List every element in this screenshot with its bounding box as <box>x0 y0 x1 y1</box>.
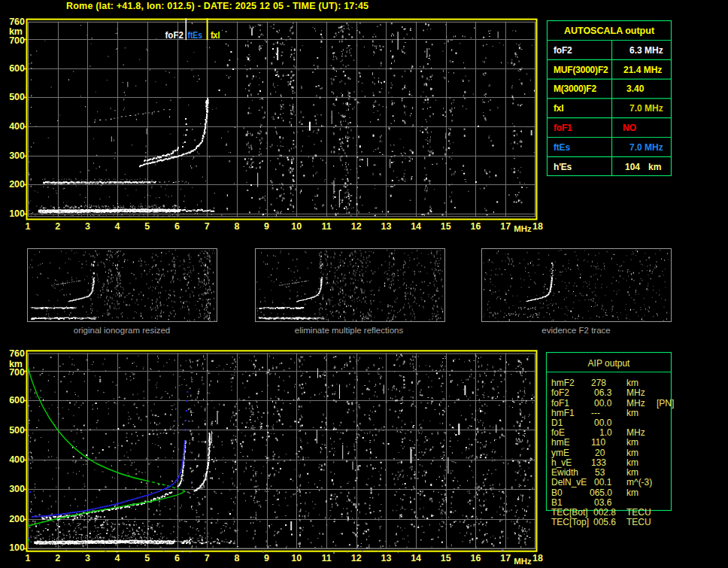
svg-text:1: 1 <box>26 221 31 232</box>
svg-text:03.6: 03.6 <box>594 497 612 508</box>
svg-text:133: 133 <box>591 457 606 468</box>
svg-text:100: 100 <box>9 542 25 553</box>
svg-text:17: 17 <box>500 221 511 232</box>
svg-text:12: 12 <box>351 221 362 232</box>
svg-text:MHz: MHz <box>626 387 645 398</box>
svg-text:AIP output: AIP output <box>588 358 630 369</box>
svg-text:06.3: 06.3 <box>594 387 612 398</box>
svg-text:foF2: foF2 <box>551 387 569 398</box>
svg-text:12: 12 <box>351 553 362 563</box>
svg-text:400: 400 <box>9 454 25 465</box>
svg-text:104: 104 <box>625 162 640 172</box>
svg-text:16: 16 <box>471 553 481 563</box>
svg-text:Ewidth: Ewidth <box>551 467 578 478</box>
svg-text:6: 6 <box>174 553 180 563</box>
svg-text:MHz: MHz <box>626 398 645 409</box>
svg-text:B0: B0 <box>551 488 563 498</box>
svg-text:00.1: 00.1 <box>594 477 612 488</box>
svg-text:11: 11 <box>321 221 331 232</box>
svg-text:foF1: foF1 <box>554 123 572 133</box>
svg-text:53: 53 <box>595 467 605 478</box>
svg-text:14: 14 <box>411 221 421 232</box>
svg-text:foE: foE <box>551 427 565 438</box>
svg-text:NO: NO <box>623 123 636 133</box>
svg-text:500: 500 <box>9 92 25 102</box>
svg-text:km: km <box>626 457 639 468</box>
svg-text:11: 11 <box>321 553 331 563</box>
svg-text:MUF(3000)F2: MUF(3000)F2 <box>554 65 608 75</box>
svg-text:km: km <box>626 448 639 458</box>
svg-text:foF1: foF1 <box>551 398 569 409</box>
svg-text:original ionogram resized: original ionogram resized <box>74 326 170 335</box>
svg-text:20: 20 <box>595 448 605 458</box>
svg-text:200: 200 <box>9 179 25 190</box>
svg-text:15: 15 <box>441 553 451 563</box>
svg-text:D1: D1 <box>551 418 563 428</box>
svg-text:18: 18 <box>532 553 543 563</box>
svg-text:2: 2 <box>55 221 60 232</box>
svg-text:km: km <box>626 378 639 388</box>
svg-text:hmF2: hmF2 <box>551 378 575 388</box>
svg-text:fxI: fxI <box>554 103 563 114</box>
svg-text:hmF1: hmF1 <box>551 408 575 418</box>
svg-text:5: 5 <box>144 221 150 232</box>
svg-text:B1: B1 <box>551 497 563 508</box>
svg-text:400: 400 <box>9 121 25 132</box>
svg-text:km: km <box>626 408 639 418</box>
svg-text:km: km <box>626 488 639 498</box>
svg-text:9: 9 <box>264 221 269 232</box>
svg-text:13: 13 <box>381 221 391 232</box>
svg-text:ymE: ymE <box>551 448 569 458</box>
svg-text:MHz: MHz <box>626 427 645 438</box>
svg-text:3: 3 <box>85 553 90 563</box>
svg-text:100: 100 <box>9 208 25 219</box>
svg-text:---: --- <box>591 408 600 418</box>
svg-text:MHz: MHz <box>514 557 532 566</box>
svg-text:Rome (lat: +41.8, lon: 012.5): Rome (lat: +41.8, lon: 012.5) - DATE: 20… <box>66 1 369 11</box>
svg-text:2: 2 <box>55 553 60 563</box>
svg-text:14: 14 <box>411 553 421 563</box>
svg-text:TEC[Bot]: TEC[Bot] <box>551 507 588 518</box>
svg-text:h_vE: h_vE <box>551 457 572 468</box>
svg-text:ftEs: ftEs <box>554 142 570 153</box>
svg-text:TECU: TECU <box>626 507 651 518</box>
svg-text:200: 200 <box>9 514 25 524</box>
svg-text:3: 3 <box>85 221 90 232</box>
svg-text:km: km <box>626 437 639 448</box>
svg-text:8: 8 <box>234 221 239 232</box>
svg-text:700: 700 <box>9 35 25 46</box>
svg-text:[PN]: [PN] <box>657 398 674 409</box>
svg-text:300: 300 <box>9 150 25 161</box>
svg-text:21.4 MHz: 21.4 MHz <box>623 65 662 75</box>
svg-text:km: km <box>626 467 639 478</box>
svg-text:3.40: 3.40 <box>626 84 645 94</box>
svg-text:6.3 MHz: 6.3 MHz <box>629 45 663 56</box>
svg-text:7: 7 <box>205 221 210 232</box>
svg-text:600: 600 <box>9 395 25 405</box>
svg-text:DelN_vE: DelN_vE <box>551 477 587 488</box>
svg-text:5: 5 <box>144 553 150 563</box>
svg-text:evidence F2 trace: evidence F2 trace <box>541 326 610 335</box>
svg-text:1.0: 1.0 <box>599 427 612 438</box>
svg-text:110: 110 <box>591 437 605 448</box>
svg-text:h'Es: h'Es <box>554 162 572 172</box>
svg-text:00.0: 00.0 <box>594 398 612 409</box>
svg-text:m^(-3): m^(-3) <box>626 477 652 488</box>
svg-text:00.0: 00.0 <box>594 418 612 428</box>
svg-text:10: 10 <box>291 553 302 563</box>
svg-text:9: 9 <box>264 553 269 563</box>
svg-text:065.0: 065.0 <box>590 488 612 498</box>
svg-text:fxI: fxI <box>211 30 220 41</box>
svg-text:M(3000)F2: M(3000)F2 <box>554 84 596 94</box>
svg-text:005.6: 005.6 <box>593 517 616 527</box>
svg-text:7.0 MHz: 7.0 MHz <box>629 142 663 153</box>
svg-text:002.8: 002.8 <box>593 507 616 518</box>
svg-text:km: km <box>9 26 23 37</box>
svg-text:760: 760 <box>9 348 25 359</box>
svg-text:ftEs: ftEs <box>188 30 203 41</box>
svg-text:17: 17 <box>500 553 511 563</box>
svg-text:foF2: foF2 <box>554 45 572 56</box>
svg-text:8: 8 <box>234 553 239 563</box>
svg-text:TECU: TECU <box>626 517 651 527</box>
svg-text:18: 18 <box>532 221 543 232</box>
